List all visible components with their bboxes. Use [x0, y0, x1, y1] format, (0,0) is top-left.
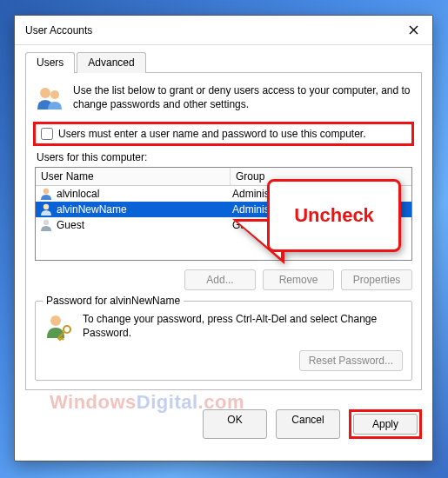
svg-point-4	[43, 220, 49, 225]
callout-text: Uncheck	[294, 204, 374, 227]
ok-button[interactable]: OK	[203, 409, 267, 439]
tab-advanced[interactable]: Advanced	[77, 52, 145, 73]
user-icon	[39, 202, 53, 216]
svg-point-3	[43, 204, 49, 209]
intro-text: Use the list below to grant or deny user…	[73, 83, 412, 111]
user-name: Guest	[57, 219, 84, 231]
users-icon	[35, 83, 64, 113]
must-enter-password-checkbox[interactable]	[41, 128, 53, 140]
must-enter-password-row: Users must enter a user name and passwor…	[33, 122, 414, 146]
users-list-label: Users for this computer:	[37, 151, 412, 163]
user-accounts-dialog: User Accounts Users Advanced Use the lis…	[14, 15, 433, 461]
window-title: User Accounts	[25, 24, 92, 37]
cancel-button[interactable]: Cancel	[276, 409, 340, 439]
user-name: alvinlocal	[57, 188, 99, 200]
close-icon	[409, 25, 418, 35]
svg-point-2	[43, 189, 49, 194]
user-key-icon	[44, 312, 74, 342]
password-help-text: To change your password, press Ctrl-Alt-…	[83, 312, 403, 340]
apply-button[interactable]: Apply	[353, 414, 418, 435]
user-name: alvinNewName	[57, 203, 127, 216]
tab-users[interactable]: Users	[25, 52, 75, 73]
svg-point-0	[40, 88, 50, 98]
dialog-button-row: OK Cancel Apply	[15, 401, 432, 449]
password-groupbox: Password for alvinNewName To change your…	[35, 301, 412, 381]
reset-password-button: Reset Password...	[299, 350, 403, 371]
svg-point-1	[50, 90, 59, 99]
svg-point-6	[64, 326, 70, 333]
tab-strip: Users Advanced	[25, 52, 422, 73]
apply-highlight: Apply	[349, 409, 422, 439]
titlebar: User Accounts	[15, 16, 432, 45]
password-group-legend: Password for alvinNewName	[43, 295, 184, 307]
must-enter-password-label[interactable]: Users must enter a user name and passwor…	[58, 128, 366, 140]
close-button[interactable]	[394, 16, 432, 45]
svg-point-5	[50, 315, 61, 326]
annotation-callout: Uncheck	[232, 179, 401, 275]
column-header-username[interactable]: User Name	[36, 168, 231, 185]
user-icon	[39, 187, 53, 201]
user-icon	[39, 218, 53, 232]
